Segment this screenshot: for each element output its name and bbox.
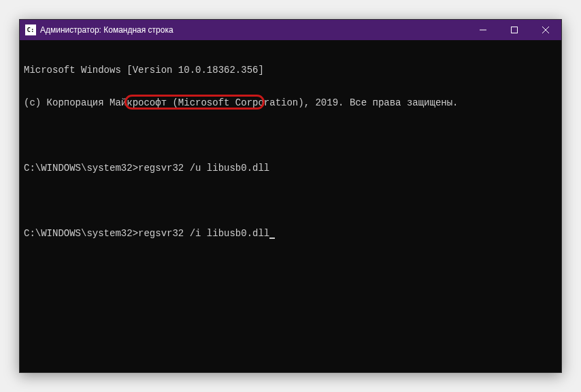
command-text: regsvr32 /u libusb0.dll <box>138 163 269 174</box>
output-line: (c) Корпорация Майкрософт (Microsoft Cor… <box>24 97 557 108</box>
prompt-text: C:\WINDOWS\system32> <box>24 163 138 174</box>
cmd-icon: C: <box>25 24 36 35</box>
svg-rect-1 <box>512 27 518 33</box>
prompt-text: C:\WINDOWS\system32> <box>24 228 138 239</box>
window-title: Администратор: Командная строка <box>40 25 467 35</box>
command-prompt-window: C: Администратор: Командная строка Micro… <box>19 19 562 373</box>
maximize-icon <box>511 27 518 33</box>
command-text: regsvr32 /i libusb0.dll <box>138 228 269 239</box>
maximize-button[interactable] <box>499 20 530 40</box>
text-cursor <box>269 238 275 239</box>
command-line: C:\WINDOWS\system32>regsvr32 /u libusb0.… <box>24 163 557 174</box>
blank-line <box>24 195 557 206</box>
titlebar[interactable]: C: Администратор: Командная строка <box>20 20 561 40</box>
output-line: Microsoft Windows [Version 10.0.18362.35… <box>24 65 557 76</box>
current-command-line: C:\WINDOWS\system32>regsvr32 /i libusb0.… <box>24 228 557 239</box>
blank-line <box>24 130 557 141</box>
terminal-area[interactable]: Microsoft Windows [Version 10.0.18362.35… <box>20 40 561 372</box>
minimize-button[interactable] <box>467 20 499 40</box>
close-button[interactable] <box>530 20 561 40</box>
minimize-icon <box>480 27 486 33</box>
window-controls <box>467 20 561 40</box>
close-icon <box>542 27 549 33</box>
